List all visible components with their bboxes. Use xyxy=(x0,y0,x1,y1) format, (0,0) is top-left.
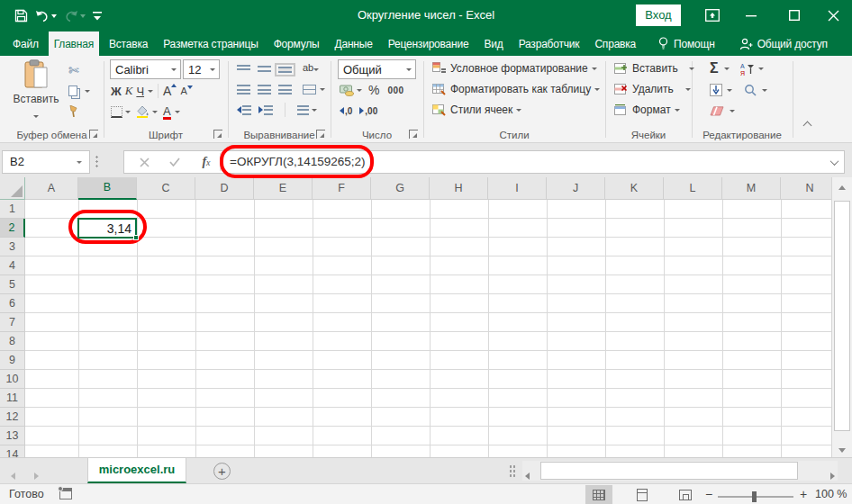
font-name-combo[interactable]: Calibri xyxy=(110,59,181,79)
ribbon-tab-insert[interactable]: Вставка xyxy=(104,32,153,56)
fill-button[interactable] xyxy=(710,84,722,96)
align-middle-button[interactable] xyxy=(258,66,271,72)
formula-bar-resize-handle[interactable] xyxy=(95,155,98,169)
fill-handle[interactable] xyxy=(133,235,139,240)
scroll-up-button[interactable] xyxy=(832,177,852,197)
row-header-11[interactable]: 11 xyxy=(0,389,25,408)
row-header-1[interactable]: 1 xyxy=(0,200,25,219)
fill-color-button[interactable] xyxy=(136,105,150,118)
font-color-button[interactable]: А xyxy=(163,104,171,120)
align-bottom-button[interactable] xyxy=(278,67,292,73)
merge-center-button[interactable] xyxy=(303,85,316,94)
new-sheet-button[interactable]: + xyxy=(213,463,231,480)
font-dialog-launcher[interactable] xyxy=(213,130,222,139)
tab-scrollbar-splitter[interactable] xyxy=(509,464,515,478)
find-select-dropdown[interactable] xyxy=(762,89,767,92)
ribbon-tab-view[interactable]: Вид xyxy=(479,32,509,56)
cut-button[interactable]: ✄ xyxy=(68,63,79,77)
column-header-H[interactable]: H xyxy=(430,177,488,200)
horizontal-scrollbar-thumb[interactable] xyxy=(540,462,798,480)
autosum-button[interactable]: Σ xyxy=(710,62,719,75)
row-header-6[interactable]: 6 xyxy=(0,294,25,313)
insert-cells-button[interactable]: Вставить xyxy=(614,62,694,75)
enter-button[interactable] xyxy=(164,151,186,173)
wrap-text-button[interactable] xyxy=(297,105,317,115)
fill-color-dropdown[interactable] xyxy=(152,111,158,113)
row-header-8[interactable]: 8 xyxy=(0,332,25,351)
format-as-table-button[interactable]: Форматировать как таблицу xyxy=(432,83,600,95)
paste-dropdown[interactable] xyxy=(33,115,39,118)
borders-button[interactable] xyxy=(111,106,122,118)
scroll-down-button[interactable] xyxy=(832,444,852,457)
column-header-K[interactable]: K xyxy=(605,177,664,200)
clear-dropdown[interactable] xyxy=(730,110,735,112)
column-header-A[interactable]: A xyxy=(25,177,78,200)
zoom-slider-handle[interactable] xyxy=(752,491,757,502)
column-header-E[interactable]: E xyxy=(254,177,313,200)
font-size-combo[interactable]: 12 xyxy=(183,59,220,79)
font-color-dropdown[interactable] xyxy=(175,111,180,113)
underline-dropdown[interactable] xyxy=(148,90,153,93)
ribbon-tab-formulas[interactable]: Формулы xyxy=(268,32,325,56)
underline-button[interactable]: Ч xyxy=(136,85,144,98)
number-format-dropdown[interactable] xyxy=(406,68,412,71)
column-header-L[interactable]: L xyxy=(664,177,722,200)
ribbon-tab-developer[interactable]: Разработчик xyxy=(513,32,585,56)
clipboard-dialog-launcher[interactable] xyxy=(89,130,98,139)
row-header-4[interactable]: 4 xyxy=(0,256,25,275)
percent-style-button[interactable]: % xyxy=(368,83,379,97)
autosum-dropdown[interactable] xyxy=(724,68,730,70)
sort-filter-dropdown[interactable] xyxy=(758,68,764,70)
row-header-2[interactable]: 2 xyxy=(0,219,25,238)
cells-area[interactable]: 3,14 xyxy=(25,200,831,457)
copy-button[interactable] xyxy=(68,86,90,96)
share-button[interactable]: Общий доступ xyxy=(734,32,833,56)
accounting-format-dropdown[interactable] xyxy=(357,89,362,92)
row-header-5[interactable]: 5 xyxy=(0,275,25,294)
font-name-dropdown[interactable] xyxy=(171,68,177,71)
cell-styles-button[interactable]: Стили ячеек xyxy=(432,104,521,116)
decrease-indent-button[interactable] xyxy=(237,105,251,115)
sign-in-button[interactable]: Вход xyxy=(636,4,681,26)
comma-style-button[interactable]: 000 xyxy=(387,86,403,95)
maximize-button[interactable] xyxy=(774,0,814,31)
vertical-scrollbar[interactable] xyxy=(831,177,852,457)
align-top-button[interactable] xyxy=(237,65,250,71)
page-break-view-button[interactable] xyxy=(672,485,699,504)
row-header-13[interactable]: 13 xyxy=(0,427,25,446)
ribbon-tab-assistant[interactable]: Помощн xyxy=(653,32,721,56)
row-header-3[interactable]: 3 xyxy=(0,238,25,256)
column-header-B[interactable]: B xyxy=(78,177,137,200)
delete-cells-dropdown[interactable] xyxy=(685,88,691,91)
font-size-dropdown[interactable] xyxy=(210,68,215,71)
align-left-button[interactable] xyxy=(237,85,250,94)
number-dialog-launcher[interactable] xyxy=(409,130,418,139)
find-select-button[interactable] xyxy=(744,84,757,96)
increase-indent-button[interactable] xyxy=(258,105,273,115)
row-header-12[interactable]: 12 xyxy=(0,408,25,427)
sort-filter-button[interactable]: А Я xyxy=(740,62,754,76)
column-header-F[interactable]: F xyxy=(313,177,371,200)
zoom-level[interactable]: 100 % xyxy=(815,488,847,500)
sheet-nav-left-button[interactable] xyxy=(11,467,15,483)
column-header-I[interactable]: I xyxy=(488,177,547,200)
number-format-combo[interactable]: Общий xyxy=(338,59,416,79)
merge-center-dropdown[interactable] xyxy=(320,88,325,91)
clear-button[interactable] xyxy=(710,106,724,116)
row-header-9[interactable]: 9 xyxy=(0,351,25,370)
italic-button[interactable]: К xyxy=(125,84,133,98)
ribbon-tab-home[interactable]: Главная xyxy=(49,32,99,56)
decrease-decimal-button[interactable]: ,00 xyxy=(359,106,377,116)
insert-function-button[interactable]: fx xyxy=(195,151,218,173)
column-header-J[interactable]: J xyxy=(547,177,605,200)
vertical-scrollbar-thumb[interactable] xyxy=(834,201,850,431)
format-cells-dropdown[interactable] xyxy=(675,109,680,112)
format-painter-button[interactable] xyxy=(68,105,78,117)
scroll-right-button[interactable] xyxy=(830,467,835,483)
collapse-ribbon-button[interactable] xyxy=(804,122,811,129)
ribbon-tab-page-layout[interactable]: Разметка страницы xyxy=(158,32,263,56)
conditional-formatting-dropdown[interactable] xyxy=(592,68,597,70)
ribbon-tab-review[interactable]: Рецензирование xyxy=(383,32,475,56)
name-box-dropdown[interactable] xyxy=(77,161,82,164)
name-box[interactable]: B2 xyxy=(2,150,90,174)
